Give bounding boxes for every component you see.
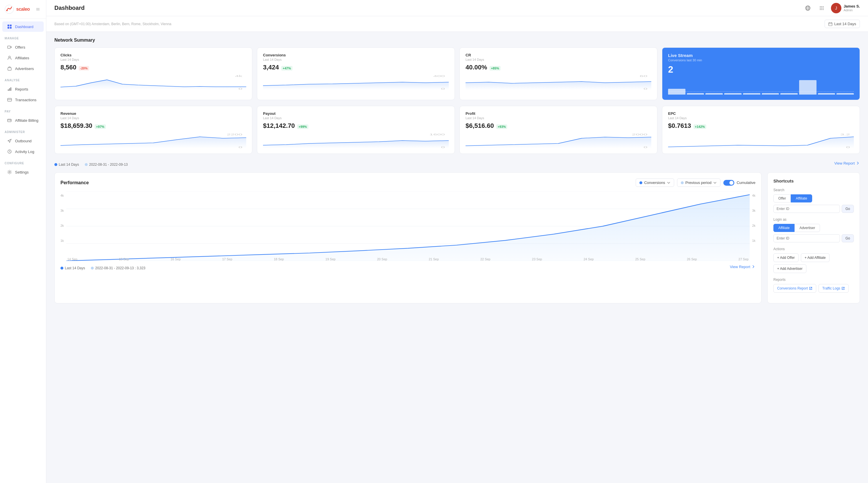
view-report-text: View Report xyxy=(834,161,855,165)
x-label-3: 16 Sep xyxy=(171,257,181,261)
send-icon xyxy=(7,138,12,143)
x-label-13: 26 Sep xyxy=(687,257,697,261)
configure-section-label: CONFIGURE xyxy=(0,157,46,167)
external-link-icon-2 xyxy=(841,287,845,290)
sidebar-item-activity-log[interactable]: Activity Log xyxy=(2,146,44,157)
perf-view-report-link[interactable]: View Report xyxy=(730,265,755,269)
svg-rect-6 xyxy=(10,25,11,26)
sidebar-item-label: Transactions xyxy=(15,98,36,102)
search-affiliate-tab[interactable]: Affiliate xyxy=(791,194,812,202)
user-icon xyxy=(7,55,12,60)
content-inner: Network Summary Clicks Last 14 Days 8,56… xyxy=(46,32,868,309)
payout-chart: 1600 0 xyxy=(263,132,449,149)
y-label-2k-left: 2k xyxy=(60,224,64,227)
revenue-chart: 2200 0 xyxy=(60,132,246,149)
globe-icon[interactable] xyxy=(803,3,812,13)
bar-chart-icon xyxy=(7,87,12,92)
user-profile[interactable]: J James S. Admin xyxy=(831,3,860,13)
external-link-icon xyxy=(809,287,812,290)
svg-rect-4 xyxy=(36,10,40,11)
cumulative-toggle[interactable] xyxy=(723,180,734,186)
clock-icon xyxy=(7,149,12,154)
svg-text:3.2: 3.2 xyxy=(840,133,850,136)
page-title: Dashboard xyxy=(54,5,85,11)
sidebar-item-affiliates[interactable]: Affiliates xyxy=(2,53,44,63)
add-advertiser-button[interactable]: + Add Advertiser xyxy=(773,264,806,273)
sidebar-item-transactions[interactable]: Transactions xyxy=(2,95,44,105)
traffic-logs-button[interactable]: Traffic Logs xyxy=(818,284,848,293)
live-bar-3 xyxy=(705,93,723,95)
x-label-5: 18 Sep xyxy=(274,257,284,261)
calendar-icon xyxy=(828,22,832,26)
sidebar-item-label: Affiliate Billing xyxy=(15,118,38,123)
sidebar-item-label: Offers xyxy=(15,45,25,50)
perf-legend-label-1: Last 14 Days xyxy=(65,266,85,270)
conversions-report-button[interactable]: Conversions Report xyxy=(773,284,816,293)
svg-rect-15 xyxy=(7,98,11,101)
sidebar-item-advertisers[interactable]: Advertisers xyxy=(2,63,44,74)
sidebar-item-label: Dashboard xyxy=(15,25,34,29)
revenue-label: Revenue xyxy=(60,111,246,116)
cr-card: CR Last 14 Days 40.00% +85% 60 xyxy=(460,47,657,100)
performance-chart: 14 Sep 15 Sep 16 Sep 17 Sep 18 Sep 19 Se… xyxy=(66,191,750,261)
epc-period: Last 14 Days xyxy=(668,116,854,120)
date-range-button[interactable]: Last 14 Days xyxy=(825,20,860,28)
profit-chart: 2000 0 xyxy=(466,132,651,149)
svg-text:0: 0 xyxy=(441,87,445,90)
legend-dot-previous xyxy=(85,163,88,166)
search-label: Search xyxy=(773,188,854,192)
add-affiliate-button[interactable]: + Add Affiliate xyxy=(801,253,830,262)
svg-rect-30 xyxy=(829,23,832,26)
y-axis-right: 4k 3k 2k 1k xyxy=(750,191,755,261)
collapse-button[interactable] xyxy=(34,6,41,13)
cr-chart: 60 0 xyxy=(466,74,651,90)
svg-text:1600: 1600 xyxy=(429,133,445,136)
x-axis: 14 Sep 15 Sep 16 Sep 17 Sep 18 Sep 19 Se… xyxy=(66,257,750,261)
conversions-dropdown[interactable]: Conversions xyxy=(636,179,674,187)
sidebar-item-dashboard[interactable]: Dashboard xyxy=(2,22,44,32)
performance-header: Performance Conversions Previous period xyxy=(60,179,755,187)
sidebar-item-outbound[interactable]: Outbound xyxy=(2,136,44,146)
sidebar-item-affiliate-billing[interactable]: Affiliate Billing xyxy=(2,115,44,126)
main-area: Dashboard J James S. Admin Based on (GMT… xyxy=(46,0,868,483)
login-search-row: Go xyxy=(773,234,854,243)
gear-icon xyxy=(7,169,12,175)
login-go-button[interactable]: Go xyxy=(842,234,854,243)
y-label-1k-right: 1k xyxy=(752,239,755,243)
x-label-7: 20 Sep xyxy=(377,257,387,261)
login-as-section: Login as Affiliate Advertiser Go xyxy=(773,218,854,243)
x-label-4: 17 Sep xyxy=(222,257,232,261)
grid-apps-icon[interactable] xyxy=(817,3,826,13)
live-label: Live Stream xyxy=(668,53,854,58)
cr-period: Last 14 Days xyxy=(466,58,651,61)
sidebar-item-settings[interactable]: Settings xyxy=(2,167,44,177)
svg-point-29 xyxy=(823,9,824,10)
topbar: Dashboard J James S. Admin xyxy=(46,0,868,16)
search-input[interactable] xyxy=(773,205,840,213)
performance-title: Performance xyxy=(60,180,89,185)
sidebar-item-offers[interactable]: Offers xyxy=(2,42,44,52)
network-view-report-link[interactable]: View Report xyxy=(834,161,860,165)
search-tab-group: Offer Affiliate xyxy=(773,194,854,202)
perf-legend-previous: 2022-08-31 - 2022-09-13 : 3,323 xyxy=(91,266,145,270)
search-offer-tab[interactable]: Offer xyxy=(773,194,791,202)
login-affiliate-tab[interactable]: Affiliate xyxy=(773,224,795,232)
svg-text:2000: 2000 xyxy=(632,133,648,136)
clicks-value: 8,560 xyxy=(60,64,76,71)
login-input[interactable] xyxy=(773,234,840,243)
administer-section-label: ADMINISTER xyxy=(0,126,46,135)
svg-text:0: 0 xyxy=(846,146,850,149)
svg-point-24 xyxy=(820,7,820,8)
svg-rect-3 xyxy=(36,9,40,9)
add-offer-button[interactable]: + Add Offer xyxy=(773,253,799,262)
svg-rect-11 xyxy=(8,68,11,70)
search-go-button[interactable]: Go xyxy=(842,205,854,213)
period-dropdown[interactable]: Previous period xyxy=(677,179,720,187)
cr-value: 40.00% xyxy=(466,64,487,71)
search-section: Search Offer Affiliate Go xyxy=(773,188,854,213)
actions-section: Actions + Add Offer + Add Affiliate + Ad… xyxy=(773,247,854,273)
login-advertiser-tab[interactable]: Advertiser xyxy=(795,224,820,232)
svg-rect-8 xyxy=(10,27,11,29)
sidebar-item-reports[interactable]: Reports xyxy=(2,84,44,94)
login-as-label: Login as xyxy=(773,218,854,222)
